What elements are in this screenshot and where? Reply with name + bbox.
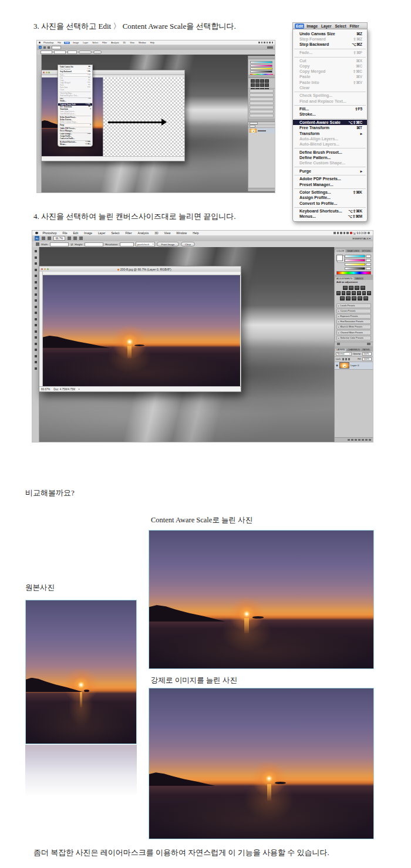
preset-group-black-white-presets[interactable]: ▸Black & White Presets: [336, 325, 371, 329]
tool-icon[interactable]: [35, 318, 37, 320]
menubar-item-layer[interactable]: Layer: [82, 42, 89, 44]
adjustment-icon[interactable]: [362, 291, 366, 296]
menubar-item-image[interactable]: Image: [72, 42, 80, 44]
status-icon[interactable]: [272, 42, 274, 43]
tool-icon[interactable]: [35, 367, 37, 370]
menubar-item-view[interactable]: View: [129, 42, 136, 44]
menubar-item-file[interactable]: File: [61, 231, 68, 235]
menubar-item-analysis[interactable]: Analysis: [110, 42, 120, 44]
preset-group-channel-mixer-presets[interactable]: [250, 110, 274, 113]
view-extras-icon[interactable]: [48, 237, 51, 240]
layer-row[interactable]: ◉ Layer 0: [335, 362, 373, 370]
menu-item-adobe-pdf-presets[interactable]: Adobe PDF Presets...: [293, 176, 367, 181]
menubar-item-view[interactable]: View: [163, 231, 172, 235]
tool-icon[interactable]: [35, 306, 37, 308]
resolution-field[interactable]: [68, 50, 77, 54]
layer-row[interactable]: [248, 128, 275, 133]
magenta-slider[interactable]: [345, 259, 365, 262]
tool-icon[interactable]: [35, 293, 37, 296]
rotate-view-icon[interactable]: [73, 237, 77, 240]
swap-dimensions-icon[interactable]: ⇄: [70, 243, 73, 246]
tool-icon[interactable]: [35, 256, 37, 259]
menubar-item-edit[interactable]: Edit: [72, 231, 79, 235]
menubar-item-help[interactable]: Help: [191, 231, 200, 235]
link-layers-icon[interactable]: [348, 439, 350, 441]
color-spectrum-bar[interactable]: [336, 271, 371, 275]
adjustment-icon[interactable]: [349, 286, 353, 291]
menu-item-color-settings[interactable]: Color Settings...⇧⌘K: [293, 190, 367, 195]
tool-icon[interactable]: [35, 281, 37, 283]
menu-item-stroke[interactable]: Stroke...: [293, 112, 367, 117]
clear-button[interactable]: Clear: [181, 242, 195, 247]
adjustment-icon[interactable]: [251, 79, 255, 83]
input-language-icon[interactable]: [350, 232, 352, 234]
tool-icon[interactable]: [35, 355, 37, 357]
preset-group-levels-presets[interactable]: ▸Levels Presets: [336, 303, 371, 308]
menubar-clock[interactable]: 일 9.9 3:08: [353, 232, 366, 235]
zoom-icon[interactable]: [48, 46, 50, 49]
adjustment-icon[interactable]: [343, 286, 348, 291]
menubar-item-image[interactable]: Image: [305, 23, 319, 29]
adjustment-icon[interactable]: [352, 291, 356, 296]
zoom-level-box[interactable]: 66.7%: [53, 236, 65, 241]
adjustment-icon[interactable]: [355, 286, 359, 291]
switch-panel-icon[interactable]: [337, 343, 340, 345]
resolution-field[interactable]: [120, 242, 134, 246]
adjustment-icon[interactable]: [255, 83, 260, 87]
zoom-button[interactable]: [47, 268, 49, 270]
wifi-icon[interactable]: [340, 232, 342, 234]
tool-icon[interactable]: [35, 324, 37, 326]
menubar-item-filter[interactable]: Filter: [101, 42, 108, 44]
preset-group-curves-presets[interactable]: [250, 93, 274, 97]
adjustment-icon[interactable]: [357, 291, 361, 296]
yellow-value-box[interactable]: [366, 263, 371, 266]
preset-group-black-white-presets[interactable]: [250, 106, 274, 109]
arrange-documents-icon[interactable]: [79, 237, 83, 240]
zoom-button[interactable]: [48, 72, 50, 73]
magenta-slider[interactable]: [250, 65, 272, 67]
menubar-item-photoshop[interactable]: Photoshop: [42, 231, 58, 235]
menubar-item-image[interactable]: Image: [83, 231, 93, 235]
menubar-item-edit[interactable]: Edit: [295, 23, 304, 29]
menu-item-undo-canvas-size[interactable]: Undo Canvas Size⌘Z: [293, 31, 367, 36]
preset-group-selective-color-presets[interactable]: ▸Selective Color Presets: [336, 336, 371, 340]
adjustment-icon[interactable]: [361, 286, 365, 291]
minimize-button[interactable]: [46, 72, 48, 73]
adjustment-layer-icon[interactable]: [358, 439, 361, 441]
adjustment-icon[interactable]: [363, 296, 368, 301]
yellow-slider[interactable]: [250, 67, 272, 70]
zoom-level-box[interactable]: [52, 46, 61, 49]
menu-item-define-pattern[interactable]: Define Pattern...: [293, 155, 367, 160]
menubar-item-layer[interactable]: Layer: [97, 231, 107, 235]
tool-icon[interactable]: [35, 361, 37, 363]
preset-group-levels-presets[interactable]: [250, 89, 274, 93]
tool-icon[interactable]: [35, 343, 37, 345]
adjustment-icon[interactable]: [367, 291, 371, 296]
front-image-button[interactable]: Front Image: [157, 242, 179, 247]
preset-group-exposure-presets[interactable]: ▸Exposure Presets: [336, 314, 371, 319]
menu-item-define-brush-preset[interactable]: Define Brush Preset...: [293, 150, 367, 155]
hand-tool-icon[interactable]: [68, 237, 71, 240]
menubar-item-window[interactable]: Window: [175, 231, 188, 235]
tool-icon[interactable]: [35, 262, 37, 265]
expand-panel-icon[interactable]: [367, 343, 370, 345]
lock-transparency-icon[interactable]: [342, 358, 344, 360]
tool-icon[interactable]: [35, 299, 37, 302]
menubar-item-analysis[interactable]: Analysis: [137, 231, 150, 235]
menubar-item-help[interactable]: Help: [149, 42, 156, 44]
group-layers-icon[interactable]: [362, 439, 364, 441]
lock-all-icon[interactable]: [348, 358, 350, 360]
menubar-item-3d[interactable]: 3D: [122, 42, 127, 44]
adjustment-icon[interactable]: [251, 83, 255, 87]
status-zoom[interactable]: 66.67%: [41, 388, 50, 391]
status-icon[interactable]: [264, 42, 265, 43]
layer-mask-icon[interactable]: [355, 439, 357, 441]
menu-item-purge[interactable]: Purge▸: [293, 168, 367, 174]
menubar-item-filter[interactable]: Filter: [349, 23, 361, 29]
width-field[interactable]: [41, 50, 52, 54]
black-value-box[interactable]: [366, 267, 371, 270]
black-slider[interactable]: [250, 70, 272, 73]
front-image-button[interactable]: [79, 50, 92, 55]
tool-icon[interactable]: [35, 250, 37, 252]
menu-item-preset-manager[interactable]: Preset Manager...: [293, 182, 367, 187]
